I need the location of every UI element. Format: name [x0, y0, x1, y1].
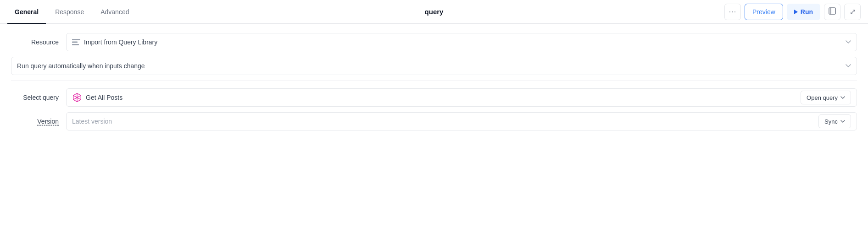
run-automatically-text: Run query automatically when inputs chan…: [17, 62, 842, 70]
tab-bar: General Response Advanced query ··· Prev…: [0, 0, 868, 24]
version-control[interactable]: Latest version Sync: [66, 112, 857, 130]
open-query-button[interactable]: Open query: [801, 91, 851, 104]
resource-control[interactable]: Import from Query Library: [66, 33, 857, 51]
tab-general-label: General: [15, 8, 39, 16]
toolbar: ··· Preview Run ⤢: [724, 4, 861, 20]
expand-icon: ⤢: [850, 7, 856, 16]
sidebar-toggle-button[interactable]: [824, 4, 840, 20]
graphql-icon: [72, 92, 82, 103]
version-value: Latest version: [72, 118, 818, 125]
sync-chevron-icon: [840, 120, 845, 123]
select-query-value: Get All Posts: [86, 94, 801, 101]
tab-advanced-label: Advanced: [100, 8, 129, 16]
open-query-chevron-icon: [840, 96, 845, 99]
separator: [11, 81, 857, 81]
tab-bar-left: General Response Advanced: [7, 0, 136, 24]
version-row: Version Latest version Sync: [11, 112, 857, 130]
more-button[interactable]: ···: [724, 4, 741, 20]
main-content: Resource Import from Query Library Run q…: [0, 24, 868, 145]
tab-advanced[interactable]: Advanced: [93, 0, 136, 24]
run-automatically-chevron-icon: [846, 63, 851, 69]
sidebar-icon: [829, 7, 836, 16]
select-query-row: Select query Get All Posts Open query: [11, 88, 857, 107]
version-label: Version: [11, 118, 66, 125]
expand-button[interactable]: ⤢: [844, 4, 861, 20]
more-icon: ···: [729, 8, 736, 16]
resource-value: Import from Query Library: [84, 38, 842, 46]
preview-button[interactable]: Preview: [745, 4, 783, 20]
tab-response-label: Response: [55, 8, 84, 16]
import-icon: [72, 39, 80, 45]
sync-button[interactable]: Sync: [818, 114, 851, 128]
open-query-label: Open query: [807, 94, 838, 101]
tab-general[interactable]: General: [7, 0, 46, 24]
svg-rect-0: [829, 8, 835, 14]
resource-label: Resource: [11, 38, 66, 46]
select-query-label: Select query: [11, 94, 66, 101]
resource-row: Resource Import from Query Library: [11, 33, 857, 51]
page-title: query: [425, 8, 444, 16]
select-query-control[interactable]: Get All Posts Open query: [66, 88, 857, 107]
run-label: Run: [801, 8, 813, 16]
svg-rect-3: [72, 42, 78, 43]
svg-rect-2: [72, 39, 80, 40]
run-automatically-control[interactable]: Run query automatically when inputs chan…: [11, 57, 857, 75]
sync-label: Sync: [824, 118, 838, 125]
run-button[interactable]: Run: [787, 4, 820, 20]
tab-response[interactable]: Response: [48, 0, 91, 24]
svg-rect-4: [72, 44, 79, 45]
resource-chevron-icon: [846, 39, 851, 45]
run-automatically-row: Run query automatically when inputs chan…: [11, 57, 857, 75]
preview-label: Preview: [752, 8, 775, 16]
run-triangle-icon: [794, 10, 798, 14]
